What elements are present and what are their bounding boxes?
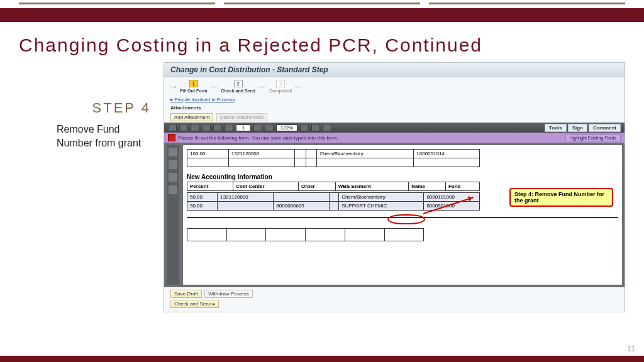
- cell-order[interactable]: [294, 150, 306, 158]
- section-heading: New Accounting Information: [187, 173, 618, 180]
- step-description: Remove Fund Number from grant: [19, 123, 151, 151]
- cell-cost-center[interactable]: 1321120000: [218, 193, 274, 202]
- cell-name[interactable]: Chem/Biochemistry: [339, 193, 424, 202]
- bottom-maroon-bar: [0, 356, 644, 362]
- table-row: 50.00 1321120000 Chem/Biochemistry 80001…: [187, 193, 480, 202]
- attachments-heading: Attachments: [170, 105, 201, 111]
- pdf-sign-button[interactable]: Sign: [568, 124, 587, 132]
- pdf-sidetool-icon[interactable]: [169, 185, 177, 194]
- table-row: 100.00 1321120000 Chem/Biochemistry 1000…: [187, 150, 480, 158]
- rule-segment: [19, 3, 215, 4]
- pdf-sidebar: [167, 145, 179, 285]
- toolbar-tool-icon[interactable]: [265, 124, 274, 131]
- wizard-step-number: 1: [189, 80, 198, 87]
- cell-name[interactable]: SUPPORT CHEMIC: [339, 202, 424, 211]
- table-row: [187, 229, 424, 241]
- cell-order[interactable]: 8000000625: [274, 202, 330, 211]
- slide-page-number: 11: [627, 344, 635, 353]
- toolbar-tool-icon[interactable]: [311, 124, 320, 131]
- embedded-screenshot: Change in Cost Distribution - Standard S…: [164, 62, 625, 312]
- cell-wbs[interactable]: [306, 150, 317, 158]
- rule-segment: [429, 3, 625, 4]
- window-title: Change in Cost Distribution - Standard S…: [164, 63, 625, 77]
- cell-fund[interactable]: 1000051014: [414, 150, 480, 158]
- wizard-arrow-icon: —: [259, 83, 265, 90]
- toolbar-tool-icon[interactable]: [202, 124, 211, 131]
- pdf-page: 100.00 1321120000 Chem/Biochemistry 1000…: [183, 145, 622, 285]
- save-draft-button[interactable]: Save Draft: [170, 290, 202, 298]
- add-attachment-button[interactable]: Add Attachment: [170, 113, 213, 121]
- delete-attachments-button[interactable]: Delete Attachments: [216, 113, 267, 121]
- col-wbs: WBS Element: [335, 182, 408, 191]
- pdf-info-bar: Please fill out the following form. You …: [164, 133, 625, 143]
- pdf-tools-button[interactable]: Tools: [545, 124, 567, 132]
- accounting-data-table: 50.00 1321120000 Chem/Biochemistry 80001…: [187, 192, 480, 211]
- page-title: Changing Costing in a Rejected PCR, Cont…: [0, 22, 644, 62]
- table-row: [187, 158, 480, 167]
- annotation-callout: Step 4: Remove Fund Number for the grant: [509, 188, 613, 207]
- cell-wbs[interactable]: [330, 193, 339, 202]
- col-order: Order: [298, 182, 335, 191]
- wizard-step-number: 2: [234, 80, 243, 87]
- cell-percent[interactable]: 100.00: [187, 150, 229, 158]
- pdf-sidetool-icon[interactable]: [169, 160, 177, 169]
- wizard-step-number: 3: [276, 80, 285, 87]
- wizard-step-label: Fill Out Form: [180, 89, 208, 93]
- wizard-step-label: Completed: [269, 89, 292, 93]
- blank-table: [187, 228, 424, 241]
- toolbar-tool-icon[interactable]: [191, 124, 199, 131]
- pdf-page-field[interactable]: 1: [236, 124, 251, 131]
- wizard-step-label: Check and Send: [221, 89, 255, 93]
- accounting-header-table: Percent Cost Center Order WBS Element Na…: [187, 182, 480, 191]
- rule-segment: [224, 3, 420, 4]
- col-percent: Percent: [187, 182, 233, 191]
- people-involved-link[interactable]: People Involved in Process: [164, 96, 242, 104]
- table-header-row: Percent Cost Center Order WBS Element Na…: [187, 182, 480, 191]
- pdf-sidetool-icon[interactable]: [169, 148, 177, 156]
- check-and-send-button[interactable]: Check and Send ▸: [170, 300, 219, 308]
- cell-percent[interactable]: 50.00: [187, 202, 218, 211]
- cell-fund[interactable]: 8000501000: [424, 202, 480, 211]
- cell-cost-center[interactable]: [218, 202, 274, 211]
- pdf-zoom-field[interactable]: 122%: [276, 124, 297, 131]
- toolbar-tool-icon[interactable]: [213, 124, 222, 131]
- col-name: Name: [409, 182, 446, 191]
- cell-percent[interactable]: 50.00: [187, 193, 218, 202]
- wizard-step-3: 3 Completed: [269, 80, 292, 93]
- toolbar-tool-icon[interactable]: [179, 124, 188, 131]
- col-fund: Fund: [445, 182, 480, 191]
- toolbar-tool-icon[interactable]: [323, 124, 331, 131]
- pdf-info-message: Please fill out the following form. You …: [178, 135, 338, 141]
- toolbar-tool-icon[interactable]: [253, 124, 262, 131]
- wizard-step-2[interactable]: 2 Check and Send: [221, 80, 255, 93]
- pdf-toolbar: 1 122% Tools Sign Comment: [164, 123, 625, 133]
- cell-cost-center[interactable]: 1321120000: [228, 150, 294, 158]
- toolbar-tool-icon[interactable]: [225, 124, 233, 131]
- wizard-arrow-icon: ⟝: [296, 83, 301, 90]
- wizard-steps: ⟞ 1 Fill Out Form — 2 Check and Send — 3…: [164, 77, 625, 96]
- cell-name[interactable]: Chem/Biochemistry: [317, 150, 414, 158]
- pdf-sidetool-icon[interactable]: [169, 173, 177, 182]
- wizard-arrow-icon: —: [211, 83, 218, 90]
- step-label: STEP 4: [19, 100, 151, 116]
- col-cost-center: Cost Center: [233, 182, 299, 191]
- wizard-arrow-icon: ⟞: [170, 83, 176, 90]
- cell-order[interactable]: [274, 193, 330, 202]
- divider-line: [187, 217, 618, 218]
- pdf-icon: [168, 134, 175, 141]
- toolbar-tool-icon[interactable]: [168, 124, 177, 131]
- annotation-circle: [387, 214, 425, 224]
- top-rule-group: [0, 3, 644, 4]
- toolbar-tool-icon[interactable]: [300, 124, 309, 131]
- pdf-comment-button[interactable]: Comment: [589, 124, 621, 132]
- cell-wbs[interactable]: [330, 202, 339, 211]
- withdraw-process-button[interactable]: Withdraw Process: [204, 290, 252, 298]
- top-maroon-bar: [0, 8, 644, 22]
- wizard-step-1[interactable]: 1 Fill Out Form: [180, 80, 208, 93]
- highlight-fields-button[interactable]: Highlight Existing Fields: [565, 134, 621, 141]
- top-partial-table: 100.00 1321120000 Chem/Biochemistry 1000…: [187, 149, 480, 167]
